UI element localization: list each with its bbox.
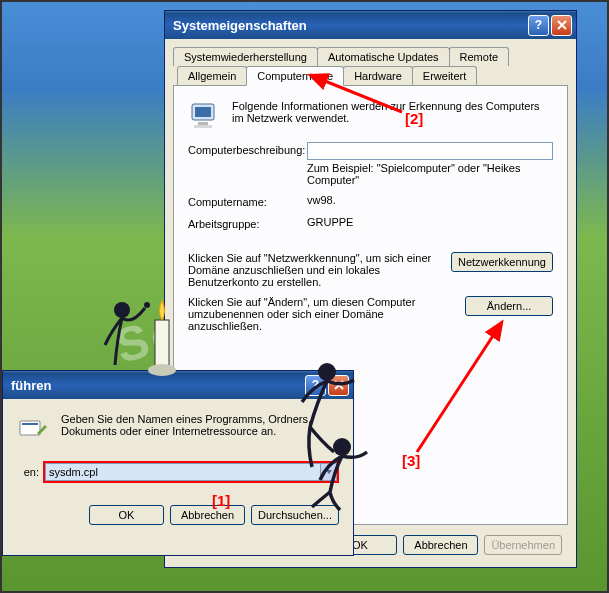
run-description: Geben Sie den Namen eines Programms, Ord… xyxy=(61,413,339,445)
run-browse-button[interactable]: Durchsuchen... xyxy=(251,505,339,525)
close-icon xyxy=(557,20,567,30)
chevron-down-icon xyxy=(325,468,333,476)
netid-text: Klicken Sie auf "Netzwerkkennung", um si… xyxy=(188,252,441,288)
svg-rect-5 xyxy=(22,423,38,425)
run-close-button[interactable] xyxy=(328,375,349,396)
svg-point-11 xyxy=(144,302,150,308)
svg-point-10 xyxy=(114,302,130,318)
window-title: Systemeigenschaften xyxy=(173,18,526,33)
run-cancel-button[interactable]: Abbrechen xyxy=(170,505,245,525)
tab-hardware[interactable]: Hardware xyxy=(343,66,413,85)
network-id-button[interactable]: Netzwerkkennung xyxy=(451,252,553,272)
description-hint: Zum Beispiel: "Spielcomputer" oder "Heik… xyxy=(307,162,553,186)
run-icon xyxy=(17,413,49,445)
svg-rect-2 xyxy=(198,122,208,125)
intro-text: Folgende Informationen werden zur Erkenn… xyxy=(232,100,553,124)
tab-row-bottom: Allgemein Computername Hardware Erweiter… xyxy=(177,66,568,85)
dialog-buttons: OK Abbrechen Übernehmen xyxy=(322,535,562,555)
run-dialog-window: führen ? Geben Sie den Namen eines Progr… xyxy=(2,370,354,556)
tab-remote[interactable]: Remote xyxy=(449,47,510,66)
tab-row-top: Systemwiederherstellung Automatische Upd… xyxy=(173,47,568,66)
close-button[interactable] xyxy=(551,15,572,36)
change-button[interactable]: Ändern... xyxy=(465,296,553,316)
description-input[interactable] xyxy=(307,142,553,160)
computername-label: Computername: xyxy=(188,194,303,208)
titlebar[interactable]: Systemeigenschaften ? xyxy=(165,11,576,39)
apply-button: Übernehmen xyxy=(484,535,562,555)
computername-value: vw98. xyxy=(307,194,553,206)
svg-rect-1 xyxy=(195,107,211,117)
run-window-title: führen xyxy=(11,378,303,393)
tab-erweitert[interactable]: Erweitert xyxy=(412,66,477,85)
run-titlebar[interactable]: führen ? xyxy=(3,371,353,399)
dropdown-button[interactable] xyxy=(320,463,337,481)
cancel-button[interactable]: Abbrechen xyxy=(403,535,478,555)
tab-automatische-updates[interactable]: Automatische Updates xyxy=(317,47,450,66)
run-help-button[interactable]: ? xyxy=(305,375,326,396)
run-combobox[interactable] xyxy=(43,461,339,483)
close-icon xyxy=(334,380,344,390)
run-open-label: en: xyxy=(17,466,39,478)
computer-icon xyxy=(188,100,222,134)
run-input[interactable] xyxy=(45,463,320,481)
change-text: Klicken Sie auf "Ändern", um diesen Comp… xyxy=(188,296,455,332)
svg-rect-3 xyxy=(194,125,212,128)
workgroup-label: Arbeitsgruppe: xyxy=(188,216,303,230)
help-button[interactable]: ? xyxy=(528,15,549,36)
description-label: Computerbeschreibung: xyxy=(188,142,303,156)
tab-systemwiederherstellung[interactable]: Systemwiederherstellung xyxy=(173,47,318,66)
tab-allgemein[interactable]: Allgemein xyxy=(177,66,247,85)
workgroup-value: GRUPPE xyxy=(307,216,553,228)
run-ok-button[interactable]: OK xyxy=(89,505,164,525)
tab-computername[interactable]: Computername xyxy=(246,66,344,86)
